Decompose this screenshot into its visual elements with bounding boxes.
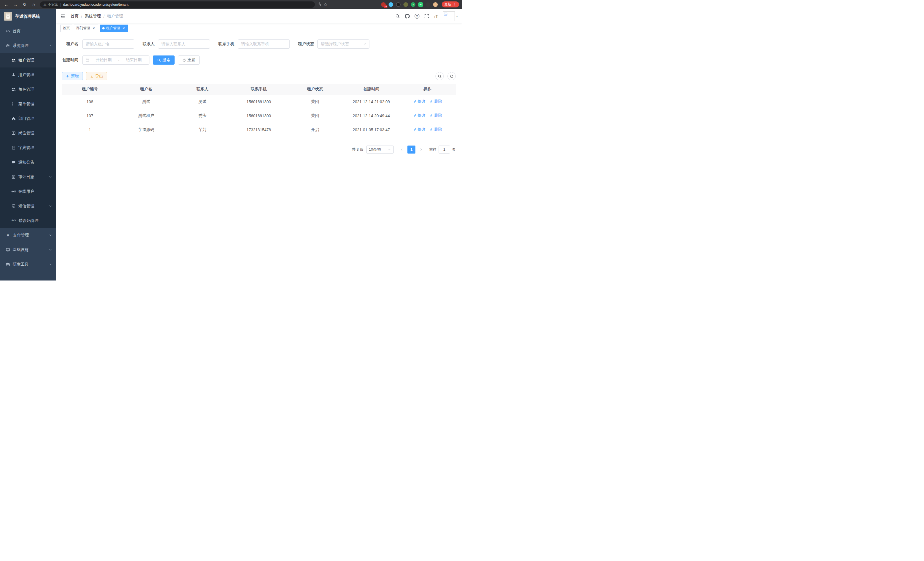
browser-update-button[interactable]: 更新 ⋮: [442, 2, 459, 8]
cell-id: 107: [62, 109, 118, 123]
close-icon[interactable]: ×: [122, 26, 126, 30]
edit-link[interactable]: 修改: [413, 99, 426, 104]
bookmark-star-icon[interactable]: ☆: [324, 2, 327, 7]
active-dot: [102, 27, 105, 29]
sidebar-item-user[interactable]: 用户管理: [0, 68, 56, 82]
goto-page-input[interactable]: [439, 146, 450, 153]
github-icon[interactable]: [405, 14, 410, 19]
update-label: 更新: [444, 2, 451, 7]
table-header-row: 租户编号 租户名 联系人 联系手机 租户状态 创建时间 操作: [62, 84, 456, 95]
chevron-down-icon: [388, 148, 391, 151]
extension-icon-3[interactable]: [396, 2, 400, 7]
search-icon[interactable]: [395, 14, 400, 19]
chevron-down-icon: [49, 205, 52, 208]
add-button[interactable]: 新增: [62, 72, 83, 80]
people-icon: [11, 87, 16, 92]
browser-home-icon[interactable]: ⌂: [30, 1, 37, 8]
browser-reload-icon[interactable]: ↻: [21, 1, 28, 8]
app-logo[interactable]: 芋道管理系统: [0, 9, 56, 24]
create-time-label: 创建时间: [62, 57, 78, 63]
tenant-status-select[interactable]: 请选择租户状态: [317, 39, 369, 49]
search-icon: [438, 74, 442, 78]
goto-label: 前往: [429, 147, 436, 152]
tenant-name-input[interactable]: [82, 39, 134, 49]
sidebar-item-dict[interactable]: 字典管理: [0, 140, 56, 155]
refresh-button[interactable]: [447, 72, 456, 80]
tenant-table: 租户编号 租户名 联系人 联系手机 租户状态 创建时间 操作 108 测试 测试: [62, 84, 456, 137]
sidebar-item-infra[interactable]: 基础设施: [0, 242, 56, 257]
fullscreen-icon[interactable]: [424, 14, 429, 19]
toolbar-row: 新增 导出: [62, 72, 456, 80]
extension-icon-5[interactable]: Y: [411, 2, 416, 7]
tab-home[interactable]: 首页: [60, 25, 72, 32]
extension-icon-2[interactable]: [388, 2, 393, 7]
extension-icon-8[interactable]: [433, 2, 438, 7]
cell-status: 开启: [287, 123, 343, 137]
table-row: 108 测试 测试 15601691300 关闭 2021-12-14 21:0…: [62, 95, 456, 109]
browser-back-icon[interactable]: ←: [3, 1, 10, 8]
edit-link[interactable]: 修改: [413, 113, 426, 118]
page-size-select[interactable]: 10条/页: [366, 146, 394, 153]
prev-page-button[interactable]: [398, 146, 406, 153]
sidebar-item-sms[interactable]: 短信管理: [0, 199, 56, 213]
help-icon[interactable]: ?: [415, 14, 419, 19]
extension-icon-6[interactable]: ✉: [418, 2, 423, 7]
export-button[interactable]: 导出: [86, 72, 107, 80]
edit-link[interactable]: 修改: [413, 127, 426, 132]
breadcrumb-current: 租户管理: [107, 14, 123, 19]
table-tools: [435, 72, 456, 80]
next-page-button[interactable]: [417, 146, 425, 153]
breadcrumb-home[interactable]: 首页: [70, 14, 79, 19]
sidebar-item-dept[interactable]: 部门管理: [0, 111, 56, 126]
sidebar-item-notice[interactable]: 通知公告: [0, 155, 56, 170]
edit-icon: [413, 114, 417, 117]
sidebar-item-menu[interactable]: 菜单管理: [0, 97, 56, 111]
sidebar-item-error-code[interactable]: </> 错误码管理: [0, 213, 56, 228]
extension-icon-7[interactable]: [426, 2, 430, 7]
user-avatar-menu[interactable]: ▾: [443, 11, 458, 21]
chevron-up-icon: [49, 44, 52, 47]
sidebar-item-system[interactable]: 系统管理: [0, 38, 56, 53]
cell-actions: 修改 删除: [399, 95, 456, 109]
address-bar[interactable]: ⚠ 不安全 | dashboard.yudao.iocoder.cn/syste…: [40, 2, 315, 8]
list-icon: [11, 102, 16, 106]
sidebar-item-post[interactable]: 岗位管理: [0, 126, 56, 140]
sidebar-toggle-icon[interactable]: [60, 14, 65, 19]
browser-menu-icon[interactable]: ⋮: [453, 3, 457, 7]
delete-link[interactable]: 删除: [429, 127, 442, 132]
close-icon[interactable]: ×: [92, 26, 96, 30]
cell-created: 2021-12-14 21:02:09: [343, 95, 399, 109]
chevron-down-icon: [49, 263, 52, 266]
document-icon: [11, 175, 16, 179]
tab-dept[interactable]: 部门管理 ×: [74, 25, 98, 32]
reset-button[interactable]: 重置: [178, 56, 200, 65]
shield-icon: [11, 204, 16, 208]
tab-tenant[interactable]: 租户管理 ×: [100, 25, 128, 32]
sidebar-item-role[interactable]: 角色管理: [0, 82, 56, 97]
toggle-search-button[interactable]: [435, 72, 444, 80]
browser-forward-icon[interactable]: →: [12, 1, 19, 8]
delete-link[interactable]: 删除: [429, 113, 442, 118]
extension-icon-4[interactable]: [404, 2, 408, 7]
sidebar-item-dev-tools[interactable]: 研发工具: [0, 257, 56, 272]
id-badge-icon: [11, 131, 16, 135]
sidebar-item-audit-log[interactable]: 审计日志: [0, 170, 56, 184]
contact-input[interactable]: [158, 39, 210, 49]
sidebar-item-home[interactable]: 首页: [0, 24, 56, 38]
sidebar-item-online-user[interactable]: 在线用户: [0, 184, 56, 199]
share-icon[interactable]: [317, 2, 321, 7]
page-number-button[interactable]: 1: [407, 146, 416, 153]
search-button[interactable]: 搜索: [153, 56, 175, 65]
create-time-range-picker[interactable]: 开始日期 - 结束日期: [82, 56, 149, 65]
delete-link[interactable]: 删除: [429, 99, 442, 104]
code-icon: </>: [11, 219, 16, 222]
tenant-name-label: 租户名: [62, 41, 78, 47]
cell-created: 2021-01-05 17:03:47: [343, 123, 399, 137]
phone-input[interactable]: [238, 39, 290, 49]
breadcrumb-system[interactable]: 系统管理: [85, 14, 101, 19]
extension-icon-1[interactable]: 10: [381, 2, 386, 7]
sidebar-item-pay[interactable]: ¥ 支付管理: [0, 228, 56, 242]
font-size-icon[interactable]: TT: [434, 14, 438, 18]
sidebar-item-tenant[interactable]: 租户管理: [0, 53, 56, 68]
security-label: 不安全: [48, 2, 58, 7]
